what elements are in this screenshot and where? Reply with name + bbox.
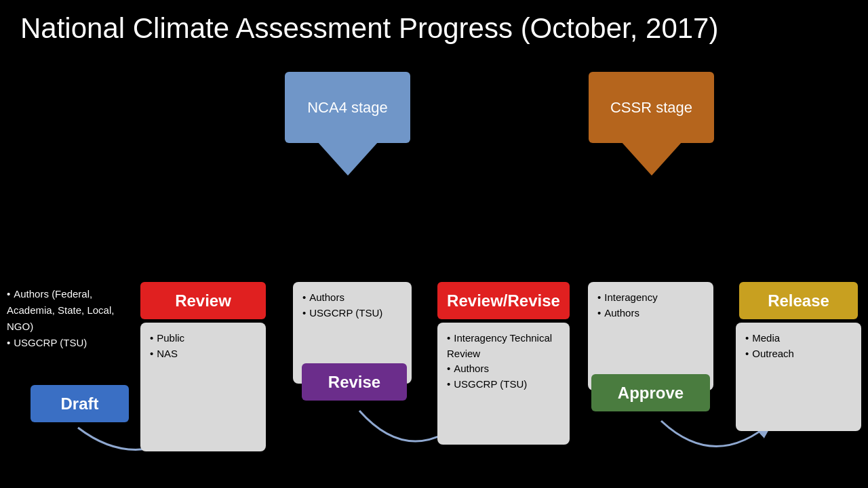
draft-button[interactable]: Draft (31, 385, 129, 422)
approve-button[interactable]: Approve (591, 374, 710, 411)
revise-button[interactable]: Revise (302, 363, 407, 401)
media-outreach-box: Media Outreach (736, 323, 861, 431)
arrow-nca4-down (317, 142, 378, 176)
authors-info-box: Authors (Federal, Academia, State, Local… (0, 281, 136, 392)
review-button[interactable]: Review (140, 282, 266, 319)
diagram-area: NCA4 stage CSSR stage Authors (Federal, … (0, 52, 868, 465)
arrow-cssr-down (621, 142, 682, 176)
page-title: National Climate Assessment Progress (Oc… (0, 0, 868, 45)
stage-cssr-box: CSSR stage (589, 72, 714, 143)
stage-nca4-box: NCA4 stage (285, 72, 410, 143)
review-revise-button[interactable]: Review/Revise (437, 282, 570, 319)
review-revise-info-box: Interagency Technical Review Authors USG… (437, 323, 570, 445)
release-button[interactable]: Release (739, 282, 858, 319)
public-nas-box: Public NAS (140, 323, 266, 451)
